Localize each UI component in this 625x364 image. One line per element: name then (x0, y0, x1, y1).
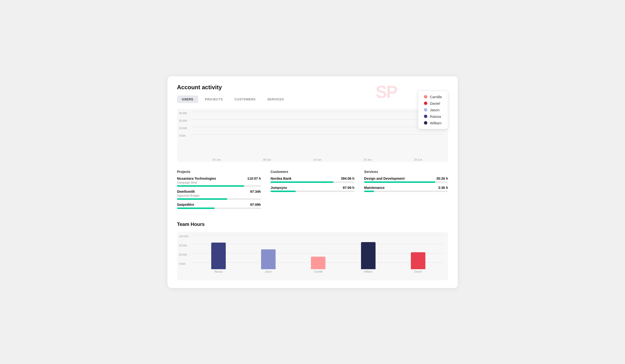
projects-title: Projects (177, 170, 261, 174)
legend-dot-william (424, 121, 427, 124)
customer-progress-bg-1 (271, 191, 354, 192)
services-section: Services Design and Development 35:26 h … (364, 170, 448, 212)
team-bar-label-daniel: Daniel (414, 270, 422, 273)
team-hours-title: Team Hours (177, 221, 448, 227)
project-name-2: SwipeWire (177, 203, 194, 207)
project-progress-bg-1 (177, 198, 261, 200)
team-y-label-50: 50:00h (179, 244, 187, 247)
team-bar-camille: Camille (311, 257, 325, 273)
customers-title: Customers (271, 170, 354, 174)
team-bar-label-jason: Jason (265, 270, 272, 273)
legend-label-william: William (430, 121, 441, 125)
main-chart: 30:00h 20:00h 10:00h 0:00h (177, 109, 448, 162)
project-progress-bg-0 (177, 185, 261, 187)
project-item-1: Dwellsmith 97:34h Approved Budget (177, 190, 261, 200)
project-sub-1: Approved Budget (177, 194, 261, 197)
service-progress-bg-0 (364, 182, 448, 183)
service-name-1: Maintenance (364, 186, 385, 190)
legend-box: Camille Daniel Jason Raissa William (418, 91, 448, 129)
main-card: SP Account activity USERS PROJECTS CUSTO… (167, 76, 458, 288)
customer-name-0: Nordea Bank (271, 177, 291, 181)
team-bar-fill-raissa (211, 243, 226, 269)
customer-hours-0: 394:06 h (341, 177, 354, 181)
customer-progress-fill-0 (271, 182, 333, 183)
team-bars: Raissa Jason Camille William Daniel (193, 236, 443, 273)
chart-y-label-30: 30:00h (179, 112, 187, 115)
services-title: Services (364, 170, 448, 174)
project-hours-2: 97:09h (250, 203, 261, 207)
chart-x-label-08jun: 08 Jun (242, 158, 292, 161)
team-bar-fill-jason (261, 249, 276, 269)
project-item-2: SwipeWire 97:09h (177, 203, 261, 209)
service-hours-0: 35:26 h (436, 177, 448, 181)
svg-text:SP: SP (375, 82, 397, 100)
project-name-1: Dwellsmith (177, 190, 195, 193)
chart-y-label-10: 10:00h (179, 127, 187, 130)
service-hours-1: 3:36 h (438, 186, 448, 190)
chart-x-label-23jun: 23 Jun (343, 158, 393, 161)
customer-hours-1: 97:09 h (343, 186, 354, 190)
legend-dot-daniel (424, 102, 427, 105)
customer-name-1: Jumpsync (271, 186, 287, 190)
team-bar-label-raissa: Raissa (214, 270, 223, 273)
chart-x-label-29jun: 29 Jun (393, 158, 443, 161)
customer-progress-fill-1 (271, 191, 296, 192)
legend-dot-camille (424, 95, 427, 98)
legend-item-camille: Camille (424, 95, 442, 99)
tab-customers[interactable]: CUSTOMERS (230, 95, 260, 103)
legend-item-william: William (424, 121, 442, 125)
project-progress-bg-2 (177, 208, 261, 209)
team-bar-fill-william (361, 242, 375, 269)
service-progress-fill-1 (364, 191, 374, 192)
team-bar-daniel: Daniel (411, 252, 425, 273)
chart-y-label-0: 0:00h (179, 134, 186, 137)
project-progress-fill-1 (177, 198, 227, 200)
team-y-label-40: 40:00h (179, 253, 187, 256)
project-name-0: Nusantara Technologies (177, 177, 216, 181)
chart-x-label-02jun: 02 Jun (192, 158, 242, 161)
legend-dot-raissa (424, 115, 427, 118)
team-hours-chart: 120:00h 50:00h 40:00h 0:00h Raissa Jason… (177, 232, 448, 280)
team-bar-jason: Jason (261, 249, 276, 273)
team-y-label-0: 0:00h (179, 262, 186, 265)
tab-users[interactable]: USERS (177, 95, 198, 103)
legend-label-raissa: Raissa (430, 114, 441, 119)
service-item-0: Design and Development 35:26 h (364, 177, 448, 183)
project-hours-0: 110:07 h (247, 177, 261, 181)
summary-row: Projects Nusantara Technologies 110:07 h… (177, 170, 448, 212)
project-item-0: Nusantara Technologies 110:07 h Campaign… (177, 177, 261, 187)
service-name-0: Design and Development (364, 177, 405, 181)
project-hours-1: 97:34h (250, 190, 261, 193)
team-y-label-120: 120:00h (179, 235, 189, 238)
project-sub-0: Campaign Brief (177, 181, 261, 184)
chart-bars-area (192, 112, 443, 155)
project-progress-fill-2 (177, 208, 215, 209)
projects-section: Projects Nusantara Technologies 110:07 h… (177, 170, 261, 212)
customers-section: Customers Nordea Bank 394:06 h Jumpsync … (271, 170, 354, 212)
service-item-1: Maintenance 3:36 h (364, 186, 448, 192)
team-bar-william: William (361, 242, 375, 273)
customer-progress-bg-0 (271, 182, 354, 183)
customer-item-0: Nordea Bank 394:06 h (271, 177, 354, 183)
legend-label-jason: Jason (430, 108, 439, 112)
team-bar-fill-daniel (411, 252, 425, 269)
customer-item-1: Jumpsync 97:09 h (271, 186, 354, 192)
chart-y-label-20: 20:00h (179, 119, 187, 122)
project-progress-fill-0 (177, 185, 244, 187)
team-bar-label-camille: Camille (314, 270, 323, 273)
tab-projects[interactable]: PROJECTS (200, 95, 228, 103)
chart-x-label-14jun: 14 Jun (292, 158, 343, 161)
service-progress-bg-1 (364, 191, 448, 192)
chart-x-labels: 02 Jun 08 Jun 14 Jun 23 Jun 29 Jun (192, 158, 443, 161)
legend-item-raissa: Raissa (424, 114, 442, 119)
service-progress-fill-0 (364, 182, 436, 183)
legend-item-jason: Jason (424, 108, 442, 112)
legend-dot-jason (424, 108, 427, 112)
legend-label-camille: Camille (430, 95, 442, 99)
team-bar-label-william: William (364, 270, 372, 273)
legend-item-daniel: Daniel (424, 101, 442, 105)
tab-services[interactable]: SERVICES (262, 95, 289, 103)
watermark-logo: SP (375, 81, 414, 100)
team-bar-raissa: Raissa (211, 243, 226, 273)
team-bar-fill-camille (311, 257, 325, 269)
